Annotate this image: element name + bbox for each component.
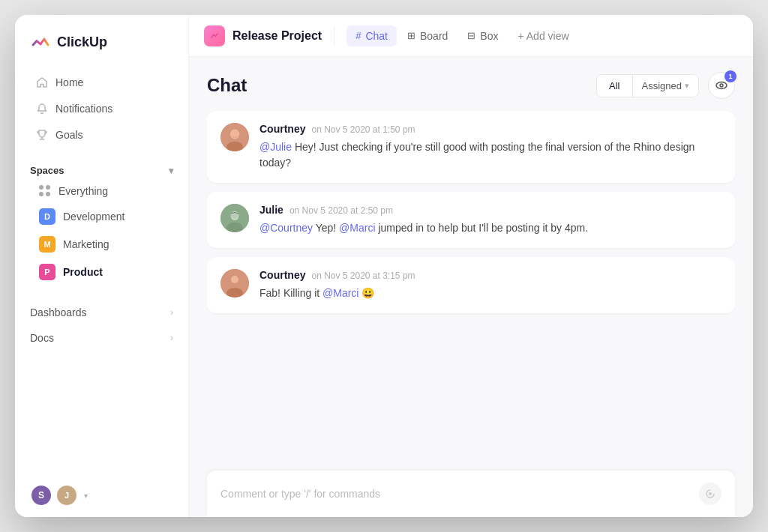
filter-all-button[interactable]: All bbox=[597, 75, 632, 97]
svg-point-14 bbox=[231, 276, 238, 283]
chat-header-right: All Assigned ▾ 1 bbox=[596, 72, 735, 99]
filter-assigned-button[interactable]: Assigned ▾ bbox=[632, 75, 698, 97]
product-label: Product bbox=[63, 266, 103, 278]
avatar-img-courtney bbox=[220, 123, 249, 151]
project-name: Release Project bbox=[232, 29, 322, 43]
sidebar-item-development[interactable]: D Development bbox=[30, 203, 173, 230]
tab-chat[interactable]: # Chat bbox=[346, 25, 397, 46]
msg-author-1: Courtney bbox=[260, 123, 305, 135]
msg-time-1: on Nov 5 2020 at 1:50 pm bbox=[311, 124, 415, 135]
message-card: Julie on Nov 5 2020 at 2:50 pm @Courtney… bbox=[207, 192, 735, 248]
sidebar-item-notifications[interactable]: Notifications bbox=[21, 96, 182, 121]
box-tab-icon: ⊟ bbox=[467, 30, 476, 41]
user-avatar-s[interactable]: S bbox=[30, 484, 52, 507]
home-icon bbox=[36, 76, 48, 88]
goals-label: Goals bbox=[56, 129, 83, 141]
avatar-courtney bbox=[220, 123, 249, 151]
avatar-courtney-2 bbox=[220, 269, 249, 297]
development-label: Development bbox=[63, 211, 125, 223]
messages-area: Courtney on Nov 5 2020 at 1:50 pm @Julie… bbox=[207, 111, 735, 470]
sidebar-bottom-nav: Dashboards › Docs › bbox=[15, 297, 188, 354]
sidebar-item-docs[interactable]: Docs › bbox=[21, 325, 182, 351]
marketing-label: Marketing bbox=[63, 238, 109, 250]
msg-content-1: Courtney on Nov 5 2020 at 1:50 pm @Julie… bbox=[260, 123, 722, 171]
filter-assigned-chevron: ▾ bbox=[685, 81, 689, 91]
msg-time-2: on Nov 5 2020 at 2:50 pm bbox=[290, 205, 393, 216]
spaces-chevron: ▾ bbox=[169, 166, 173, 176]
sidebar: ClickUp Home Notifications bbox=[15, 15, 189, 517]
board-tab-icon: ⊞ bbox=[407, 30, 416, 41]
sidebar-item-marketing[interactable]: M Marketing bbox=[30, 231, 173, 258]
chat-header: Chat All Assigned ▾ 1 bbox=[207, 72, 735, 99]
msg-meta-1: Courtney on Nov 5 2020 at 1:50 pm bbox=[260, 123, 722, 135]
msg-text-3: Fab! Killing it @Marci 😀 bbox=[260, 285, 722, 301]
msg-meta-3: Courtney on Nov 5 2020 at 3:15 pm bbox=[260, 269, 722, 281]
msg-content-3: Courtney on Nov 5 2020 at 3:15 pm Fab! K… bbox=[260, 269, 722, 301]
sidebar-footer: S J ▾ bbox=[15, 474, 188, 517]
trophy-icon bbox=[36, 129, 48, 141]
tab-board-label: Board bbox=[420, 30, 448, 42]
add-view-button[interactable]: + Add view bbox=[508, 25, 578, 46]
msg-text-2: @Courtney Yep! @Marci jumped in to help … bbox=[260, 220, 722, 236]
message-card: Courtney on Nov 5 2020 at 3:15 pm Fab! K… bbox=[207, 257, 735, 313]
msg-meta-2: Julie on Nov 5 2020 at 2:50 pm bbox=[260, 204, 722, 216]
msg-content-2: Julie on Nov 5 2020 at 2:50 pm @Courtney… bbox=[260, 204, 722, 236]
mention-marci-1: @Marci bbox=[339, 222, 375, 234]
spaces-section: Spaces ▾ Everything D Development M bbox=[15, 151, 188, 291]
project-icon bbox=[204, 25, 225, 46]
message-card: Courtney on Nov 5 2020 at 1:50 pm @Julie… bbox=[207, 111, 735, 183]
sidebar-item-goals[interactable]: Goals bbox=[21, 122, 182, 148]
comment-bar[interactable]: Comment or type '/' for commands bbox=[207, 470, 735, 517]
logo-text: ClickUp bbox=[57, 34, 107, 50]
docs-label: Docs bbox=[30, 332, 54, 344]
development-badge: D bbox=[39, 208, 56, 225]
mention-courtney: @Courtney bbox=[260, 222, 313, 234]
watch-button[interactable]: 1 bbox=[708, 72, 735, 99]
docs-chevron: › bbox=[170, 333, 173, 343]
everything-label: Everything bbox=[58, 185, 108, 197]
clickup-logo-icon bbox=[30, 31, 51, 52]
app-window: ClickUp Home Notifications bbox=[15, 15, 753, 517]
notifications-label: Notifications bbox=[56, 103, 112, 115]
project-title-area: Release Project bbox=[204, 25, 334, 46]
msg-time-3: on Nov 5 2020 at 3:15 pm bbox=[311, 270, 415, 281]
watch-badge: 1 bbox=[724, 70, 736, 82]
everything-icon bbox=[39, 185, 51, 197]
sidebar-item-everything[interactable]: Everything bbox=[30, 180, 173, 202]
marketing-badge: M bbox=[39, 236, 56, 253]
tab-board[interactable]: ⊞ Board bbox=[398, 25, 457, 46]
logo-area[interactable]: ClickUp bbox=[15, 15, 188, 66]
topbar-tabs: # Chat ⊞ Board ⊟ Box + Add view bbox=[346, 25, 578, 46]
add-view-label: + Add view bbox=[518, 30, 568, 42]
bell-icon bbox=[36, 103, 48, 115]
svg-point-7 bbox=[231, 130, 238, 137]
svg-point-15 bbox=[709, 492, 712, 495]
user-dropdown-arrow[interactable]: ▾ bbox=[84, 492, 88, 500]
product-badge: P bbox=[39, 264, 56, 280]
tab-box[interactable]: ⊟ Box bbox=[458, 25, 507, 46]
topbar: Release Project # Chat ⊞ Board ⊟ Box bbox=[189, 15, 753, 57]
msg-author-3: Courtney bbox=[260, 269, 305, 281]
svg-point-2 bbox=[720, 84, 723, 87]
main-content: Release Project # Chat ⊞ Board ⊟ Box bbox=[189, 15, 753, 517]
sidebar-item-home[interactable]: Home bbox=[21, 70, 182, 95]
comment-placeholder: Comment or type '/' for commands bbox=[220, 488, 380, 500]
sidebar-item-product[interactable]: P Product bbox=[30, 259, 173, 285]
tab-chat-label: Chat bbox=[365, 30, 388, 42]
mention-julie: @Julie bbox=[260, 141, 292, 153]
send-button[interactable] bbox=[699, 483, 722, 505]
user-avatar-secondary[interactable]: J bbox=[56, 484, 78, 507]
spaces-header[interactable]: Spaces ▾ bbox=[30, 162, 173, 179]
avatar-img-courtney-2 bbox=[220, 269, 249, 297]
chat-title: Chat bbox=[207, 75, 247, 96]
avatar-img-julie bbox=[220, 204, 249, 232]
filter-assigned-label: Assigned bbox=[642, 80, 682, 91]
chat-container: Chat All Assigned ▾ 1 bbox=[189, 57, 753, 470]
dashboards-label: Dashboards bbox=[30, 306, 87, 318]
avatar-julie bbox=[220, 204, 249, 232]
sidebar-item-dashboards[interactable]: Dashboards › bbox=[21, 300, 182, 325]
home-label: Home bbox=[56, 76, 83, 88]
filter-group: All Assigned ▾ bbox=[596, 74, 699, 97]
send-icon bbox=[704, 488, 716, 500]
msg-text-1: @Julie Hey! Just checking if you're stil… bbox=[260, 139, 722, 171]
